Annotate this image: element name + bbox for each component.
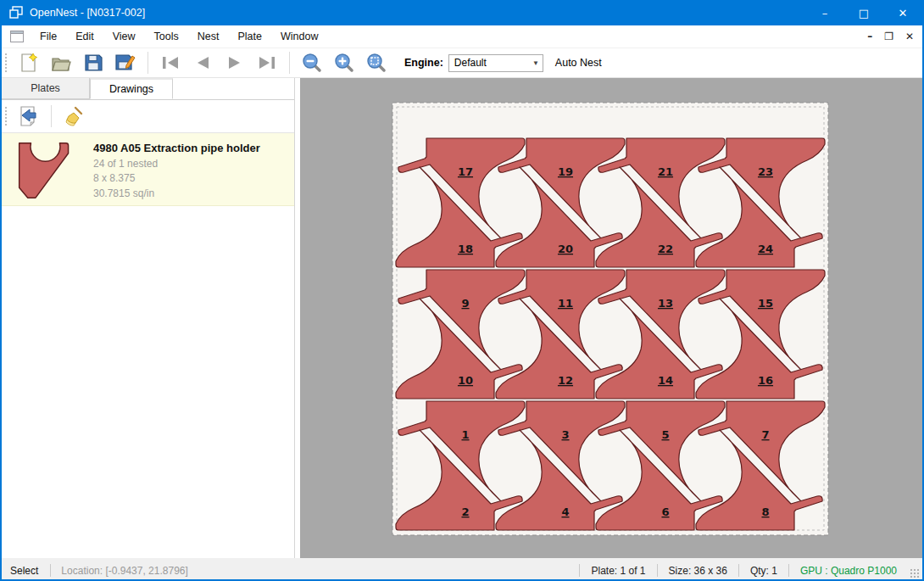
svg-text:21: 21 <box>658 165 673 178</box>
main-toolbar: Engine: Default ▼ Auto Nest <box>2 48 922 78</box>
last-arrow-icon <box>257 55 277 70</box>
drawing-dimensions: 8 x 8.375 <box>93 172 260 184</box>
mdi-restore-icon[interactable]: ❐ <box>884 31 893 42</box>
svg-text:8: 8 <box>761 506 769 518</box>
status-bar: Select Location: [-0.9437, 21.8796] Plat… <box>2 561 922 579</box>
mdi-minimize-icon[interactable]: – <box>867 31 872 42</box>
tab-drawings[interactable]: Drawings <box>90 78 173 99</box>
clear-drawings-button[interactable] <box>62 104 86 128</box>
svg-text:7: 7 <box>761 428 769 441</box>
resize-grip[interactable] <box>910 568 920 578</box>
svg-text:24: 24 <box>758 243 773 255</box>
toolbar-separator <box>289 52 290 74</box>
previous-plate-button[interactable] <box>192 52 214 74</box>
zoom-out-button[interactable] <box>301 52 323 74</box>
chevron-down-icon: ▼ <box>532 59 539 67</box>
zoom-fit-button[interactable] <box>365 52 387 74</box>
new-nest-button[interactable] <box>18 52 40 74</box>
part-thumbnail <box>17 142 73 199</box>
next-arrow-icon <box>225 55 244 70</box>
save-as-button[interactable] <box>114 52 136 74</box>
save-as-icon <box>115 53 136 72</box>
menu-file[interactable]: File <box>31 26 66 47</box>
menu-edit[interactable]: Edit <box>66 26 103 47</box>
zoom-in-button[interactable] <box>333 52 355 74</box>
status-plate-size: Size: 36 x 36 <box>658 565 738 577</box>
engine-label: Engine: <box>404 57 443 69</box>
toolbar-grip[interactable] <box>4 53 8 73</box>
nest-drawing[interactable]: 171819202122232491011121314151612345678 <box>300 78 924 558</box>
panel-toolbar <box>2 100 294 133</box>
engine-select[interactable]: Default ▼ <box>448 54 543 72</box>
open-folder-icon <box>51 53 71 72</box>
toolbar-separator <box>148 52 148 74</box>
broom-icon <box>64 106 84 126</box>
svg-text:2: 2 <box>461 506 469 518</box>
status-plate-count: Plate: 1 of 1 <box>580 565 656 577</box>
window-title: OpenNest - [N0317-002] <box>30 7 145 19</box>
open-button[interactable] <box>50 52 72 74</box>
tab-plates[interactable]: Plates <box>2 78 90 99</box>
svg-text:1: 1 <box>461 428 469 441</box>
panel-toolbar-grip[interactable] <box>4 106 8 126</box>
svg-text:9: 9 <box>461 297 469 310</box>
first-arrow-icon <box>160 55 181 70</box>
nest-canvas[interactable]: 171819202122232491011121314151612345678 <box>300 78 924 558</box>
drawing-nested-count: 24 of 1 nested <box>93 158 260 170</box>
svg-text:13: 13 <box>658 297 673 310</box>
next-plate-button[interactable] <box>224 52 246 74</box>
drawing-area: 30.7815 sq/in <box>93 187 260 199</box>
svg-text:20: 20 <box>558 243 573 255</box>
zoom-fit-icon <box>366 53 387 73</box>
svg-text:19: 19 <box>558 165 573 178</box>
title-bar[interactable]: OpenNest - [N0317-002] – □ ✕ <box>2 0 922 25</box>
svg-text:6: 6 <box>661 506 669 518</box>
zoom-in-icon <box>334 53 354 73</box>
svg-text:17: 17 <box>458 165 473 178</box>
menu-nest[interactable]: Nest <box>188 26 229 47</box>
mdi-close-icon[interactable]: ✕ <box>905 31 914 42</box>
panel-toolbar-separator <box>51 105 52 127</box>
drawings-panel: Plates Drawings 4980 A05 Extraction pipe… <box>2 78 295 558</box>
svg-text:11: 11 <box>558 297 573 310</box>
status-location: Location: [-0.9437, 21.8796] <box>51 565 198 577</box>
svg-text:23: 23 <box>758 165 773 178</box>
zoom-out-icon <box>302 53 322 73</box>
svg-text:15: 15 <box>758 297 773 310</box>
svg-text:18: 18 <box>458 243 473 255</box>
first-plate-button[interactable] <box>159 52 181 74</box>
drawing-title: 4980 A05 Extraction pipe holder <box>93 142 260 154</box>
svg-text:16: 16 <box>758 374 773 387</box>
menu-view[interactable]: View <box>103 26 145 47</box>
new-document-icon <box>19 53 38 73</box>
svg-text:3: 3 <box>561 428 569 441</box>
status-mode: Select <box>2 565 50 577</box>
svg-text:12: 12 <box>558 374 573 387</box>
save-button[interactable] <box>82 52 104 74</box>
status-qty: Qty: 1 <box>739 565 788 577</box>
menu-bar: File Edit View Tools Nest Plate Window –… <box>2 25 922 48</box>
svg-text:10: 10 <box>458 374 473 387</box>
svg-text:4: 4 <box>561 506 569 518</box>
menu-tools[interactable]: Tools <box>145 26 188 47</box>
maximize-button[interactable]: □ <box>844 0 883 25</box>
status-gpu: GPU : Quadro P1000 <box>789 565 908 577</box>
minimize-button[interactable]: – <box>805 0 844 25</box>
previous-arrow-icon <box>193 55 212 70</box>
import-arrow-icon <box>19 106 39 126</box>
drawing-list-item[interactable]: 4980 A05 Extraction pipe holder 24 of 1 … <box>2 133 294 206</box>
save-icon <box>84 53 103 72</box>
menu-window[interactable]: Window <box>271 26 327 47</box>
svg-text:14: 14 <box>658 374 673 387</box>
engine-selected-value: Default <box>454 57 487 69</box>
app-icon <box>9 6 23 20</box>
mdi-child-icon[interactable] <box>10 31 24 42</box>
auto-nest-button[interactable]: Auto Nest <box>555 57 602 69</box>
svg-text:5: 5 <box>661 428 669 441</box>
panel-tabs: Plates Drawings <box>2 78 294 100</box>
import-drawing-button[interactable] <box>17 104 41 128</box>
menu-plate[interactable]: Plate <box>228 26 271 47</box>
svg-text:22: 22 <box>658 243 673 255</box>
last-plate-button[interactable] <box>256 52 278 74</box>
close-button[interactable]: ✕ <box>883 0 922 25</box>
